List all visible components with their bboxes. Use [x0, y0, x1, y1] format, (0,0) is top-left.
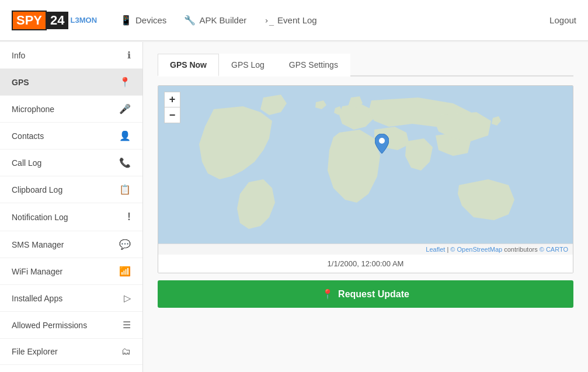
apps-icon: ▷ [124, 293, 131, 304]
sidebar-item-wifi-manager[interactable]: WiFi Manager 📶 [0, 258, 142, 285]
sidebar-item-gps[interactable]: GPS 📍 [0, 69, 142, 96]
sidebar-item-info[interactable]: Info ℹ [0, 42, 142, 69]
apk-icon: 🔧 [184, 15, 196, 26]
carto-link[interactable]: © CARTO [540, 246, 568, 253]
notification-icon: ! [127, 211, 131, 223]
device-icon: 📱 [120, 15, 132, 26]
nav-item-event-log[interactable]: ›_ Event Log [264, 15, 316, 25]
pin-svg [375, 134, 389, 154]
nav-item-apk-builder[interactable]: 🔧 APK Builder [184, 15, 246, 26]
logo-l3mon: L3MON [71, 16, 98, 25]
map-svg [158, 86, 573, 244]
logo: SPY24 L3MON [12, 11, 97, 30]
permissions-icon: ☰ [123, 319, 131, 331]
nav-item-devices[interactable]: 📱 Devices [120, 15, 166, 26]
logout-button[interactable]: Logout [549, 15, 576, 25]
osm-link[interactable]: © OpenStreetMap [450, 246, 502, 253]
map-controls: + − [164, 92, 180, 123]
main-layout: Info ℹ GPS 📍 Microphone 🎤 Contacts 👤 Cal… [0, 42, 588, 372]
sidebar-item-allowed-permissions[interactable]: Allowed Permissions ☰ [0, 312, 142, 339]
call-icon: 📞 [119, 157, 131, 168]
attribution-contributors: contributors [504, 246, 540, 253]
main-content: GPS Now GPS Log GPS Settings [143, 42, 588, 372]
nav-label-apk: APK Builder [199, 15, 246, 25]
request-btn-icon: 📍 [322, 288, 333, 300]
sidebar: Info ℹ GPS 📍 Microphone 🎤 Contacts 👤 Cal… [0, 42, 143, 372]
gps-icon: 📍 [119, 77, 131, 88]
sidebar-item-file-explorer[interactable]: File Explorer 🗂 [0, 339, 142, 365]
file-icon: 🗂 [121, 346, 131, 357]
request-update-button[interactable]: 📍 Request Update [158, 280, 573, 308]
contacts-icon: 👤 [119, 130, 131, 141]
event-icon: ›_ [264, 16, 274, 25]
logo-24: 24 [47, 12, 68, 29]
header: SPY24 L3MON 📱 Devices 🔧 APK Builder ›_ E… [0, 0, 588, 41]
nav-label-event: Event Log [277, 15, 317, 25]
clipboard-icon: 📋 [119, 184, 131, 195]
tab-gps-now[interactable]: GPS Now [158, 54, 219, 77]
sidebar-item-installed-apps[interactable]: Installed Apps ▷ [0, 285, 142, 312]
map-timestamp: 1/1/2000, 12:00:00 AM [158, 255, 573, 273]
map-area[interactable]: + − [158, 86, 573, 244]
map-wrapper: + − Leaflet | © OpenStreetMap contributo… [158, 85, 573, 273]
sidebar-item-microphone[interactable]: Microphone 🎤 [0, 96, 142, 123]
svg-point-1 [379, 138, 385, 144]
leaflet-link[interactable]: Leaflet [426, 246, 445, 253]
main-nav: 📱 Devices 🔧 APK Builder ›_ Event Log [120, 15, 549, 26]
location-pin [375, 134, 389, 155]
sidebar-item-sms-manager[interactable]: SMS Manager 💬 [0, 231, 142, 258]
sidebar-item-notification-log[interactable]: Notification Log ! [0, 203, 142, 231]
wifi-icon: 📶 [119, 266, 131, 277]
gps-tabs: GPS Now GPS Log GPS Settings [158, 54, 573, 77]
zoom-out-button[interactable]: − [165, 107, 180, 123]
sidebar-item-call-log[interactable]: Call Log 📞 [0, 150, 142, 176]
logo-spy: SPY [12, 11, 47, 30]
zoom-in-button[interactable]: + [165, 92, 180, 107]
info-icon: ℹ [127, 50, 131, 61]
tab-gps-log[interactable]: GPS Log [219, 54, 277, 77]
sidebar-item-downloads[interactable]: Downloads ⬇ [0, 365, 142, 372]
request-btn-label: Request Update [338, 289, 409, 300]
sidebar-item-contacts[interactable]: Contacts 👤 [0, 123, 142, 150]
nav-label-devices: Devices [135, 15, 166, 25]
sms-icon: 💬 [119, 239, 131, 250]
map-attribution: Leaflet | © OpenStreetMap contributors ©… [158, 244, 573, 255]
tab-gps-settings[interactable]: GPS Settings [277, 54, 350, 77]
sidebar-item-clipboard-log[interactable]: Clipboard Log 📋 [0, 176, 142, 203]
microphone-icon: 🎤 [119, 103, 131, 114]
